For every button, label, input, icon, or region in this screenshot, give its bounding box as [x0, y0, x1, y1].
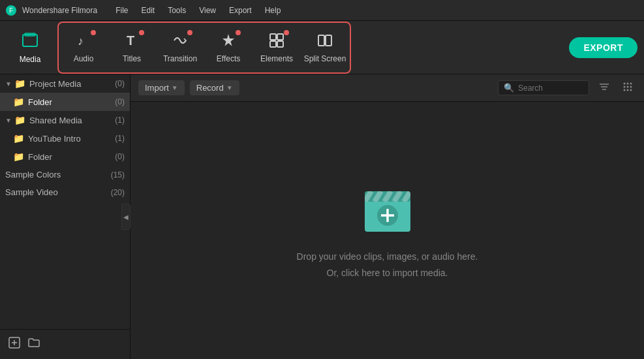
- folder-icon-3: 📁: [14, 115, 25, 125]
- project-media-label: Project Media: [29, 79, 115, 89]
- import-label: Import: [145, 83, 169, 93]
- title-bar: F Wondershare Filmora File Edit Tools Vi…: [0, 0, 644, 21]
- effects-label: Effects: [217, 54, 240, 63]
- audio-icon: ♪: [75, 32, 92, 52]
- sidebar-item-project-media[interactable]: ▼ 📁 Project Media (0): [0, 74, 130, 93]
- svg-text:T: T: [127, 33, 134, 48]
- toolbar-item-split-screen[interactable]: Split Screen: [301, 24, 348, 71]
- folder-count: (0): [115, 97, 125, 106]
- record-button[interactable]: Record ▼: [190, 80, 239, 95]
- sidebar-collapse-arrow[interactable]: ◀: [121, 204, 130, 230]
- toolbar-item-elements[interactable]: Elements: [253, 24, 300, 71]
- import-dropdown-arrow: ▼: [172, 84, 178, 91]
- youtube-intro-label: YouTube Intro: [28, 134, 115, 144]
- elements-label: Elements: [260, 54, 293, 63]
- record-dropdown-arrow: ▼: [226, 84, 233, 91]
- folder-sub-label: Folder: [28, 152, 115, 162]
- menu-view[interactable]: View: [194, 5, 221, 16]
- sidebar-item-sample-video[interactable]: Sample Video (20): [0, 183, 130, 201]
- main-toolbar: Media ♪ Audio T Titles: [0, 21, 644, 74]
- toolbar-item-transition[interactable]: Transition: [157, 24, 204, 71]
- folder-icon-2: 📁: [13, 97, 24, 107]
- media-label: Media: [20, 55, 41, 64]
- menu-edit[interactable]: Edit: [136, 5, 161, 16]
- toolbar-item-effects[interactable]: Effects: [205, 24, 252, 71]
- svg-point-24: [630, 86, 632, 87]
- sample-video-label: Sample Video: [5, 187, 111, 197]
- menu-tools[interactable]: Tools: [162, 5, 191, 16]
- sidebar-item-shared-media[interactable]: ▼ 📁 Shared Media (1): [0, 111, 130, 129]
- elements-icon: [268, 32, 285, 52]
- sidebar-item-youtube-intro[interactable]: 📁 YouTube Intro (1): [0, 129, 130, 148]
- search-input[interactable]: [518, 84, 583, 93]
- svg-point-25: [624, 89, 626, 91]
- media-icon: [21, 31, 39, 52]
- content-toolbar: Import ▼ Record ▼ 🔍: [130, 74, 644, 102]
- sidebar-wrapper: ▼ 📁 Project Media (0) 📁 Folder (0) ▼ 📁 S…: [0, 74, 130, 359]
- project-media-count: (0): [115, 79, 125, 88]
- menu-file[interactable]: File: [110, 5, 133, 16]
- drop-zone-text: Drop your video clips, images, or audio …: [297, 249, 478, 281]
- svg-rect-7: [270, 34, 276, 40]
- svg-rect-9: [270, 41, 276, 47]
- svg-rect-8: [277, 34, 283, 40]
- sidebar-item-folder[interactable]: 📁 Folder (0): [0, 93, 130, 111]
- folder-sub-count: (0): [115, 152, 125, 161]
- svg-point-19: [624, 82, 626, 84]
- sample-colors-count: (15): [111, 170, 125, 180]
- add-folder-button[interactable]: [27, 336, 40, 352]
- svg-point-27: [630, 89, 632, 91]
- titles-icon: T: [123, 32, 140, 52]
- app-name: Wondershare Filmora: [22, 6, 97, 15]
- menu-help[interactable]: Help: [260, 5, 286, 16]
- toolbar-item-audio[interactable]: ♪ Audio: [60, 24, 107, 71]
- sidebar: ▼ 📁 Project Media (0) 📁 Folder (0) ▼ 📁 S…: [0, 74, 130, 359]
- drop-line1: Drop your video clips, images, or audio …: [297, 249, 478, 265]
- folder-icon-4: 📁: [13, 133, 24, 144]
- audio-label: Audio: [74, 54, 94, 63]
- sample-video-count: (20): [111, 188, 125, 197]
- svg-point-23: [627, 86, 629, 87]
- app-logo-icon: F: [5, 5, 17, 16]
- transition-icon: [172, 32, 189, 52]
- export-button[interactable]: EXPORT: [569, 37, 637, 58]
- svg-point-26: [627, 89, 629, 91]
- effects-icon: [220, 32, 237, 52]
- drop-zone[interactable]: Drop your video clips, images, or audio …: [130, 102, 644, 359]
- folder-icon-5: 📁: [13, 151, 24, 162]
- svg-rect-11: [318, 35, 324, 46]
- shared-media-label: Shared Media: [29, 116, 115, 125]
- shared-media-count: (1): [115, 116, 125, 125]
- toolbar-item-titles[interactable]: T Titles: [108, 24, 155, 71]
- import-button[interactable]: Import ▼: [138, 80, 185, 95]
- filter-button[interactable]: [594, 81, 614, 95]
- chevron-down-icon-2: ▼: [5, 117, 12, 124]
- transition-label: Transition: [163, 54, 197, 63]
- svg-text:F: F: [9, 7, 13, 14]
- menu-export[interactable]: Export: [224, 5, 257, 16]
- add-media-button[interactable]: [8, 336, 21, 352]
- svg-marker-6: [222, 34, 234, 46]
- toolbar-item-media[interactable]: Media: [7, 24, 54, 71]
- sidebar-footer: [0, 329, 130, 359]
- folder-label: Folder: [28, 97, 115, 107]
- toolbar-border-group: ♪ Audio T Titles: [57, 22, 351, 74]
- svg-rect-12: [326, 35, 331, 46]
- sidebar-item-folder-sub[interactable]: 📁 Folder (0): [0, 148, 130, 166]
- youtube-intro-count: (1): [115, 134, 125, 143]
- drop-line2: Or, click here to import media.: [297, 265, 478, 281]
- grid-view-button[interactable]: [619, 81, 636, 95]
- titles-label: Titles: [123, 54, 141, 63]
- search-icon: 🔍: [504, 83, 514, 93]
- chevron-down-icon: ▼: [5, 80, 12, 87]
- sample-colors-label: Sample Colors: [5, 170, 111, 180]
- svg-point-20: [627, 82, 629, 84]
- split-screen-label: Split Screen: [304, 54, 346, 63]
- sidebar-item-sample-colors[interactable]: Sample Colors (15): [0, 166, 130, 183]
- content-area: Import ▼ Record ▼ 🔍: [130, 74, 644, 359]
- svg-point-22: [624, 86, 626, 87]
- split-screen-icon: [316, 32, 333, 52]
- menu-bar: File Edit Tools View Export Help: [110, 5, 286, 16]
- search-box[interactable]: 🔍: [498, 80, 589, 95]
- folder-icon: 📁: [14, 78, 25, 89]
